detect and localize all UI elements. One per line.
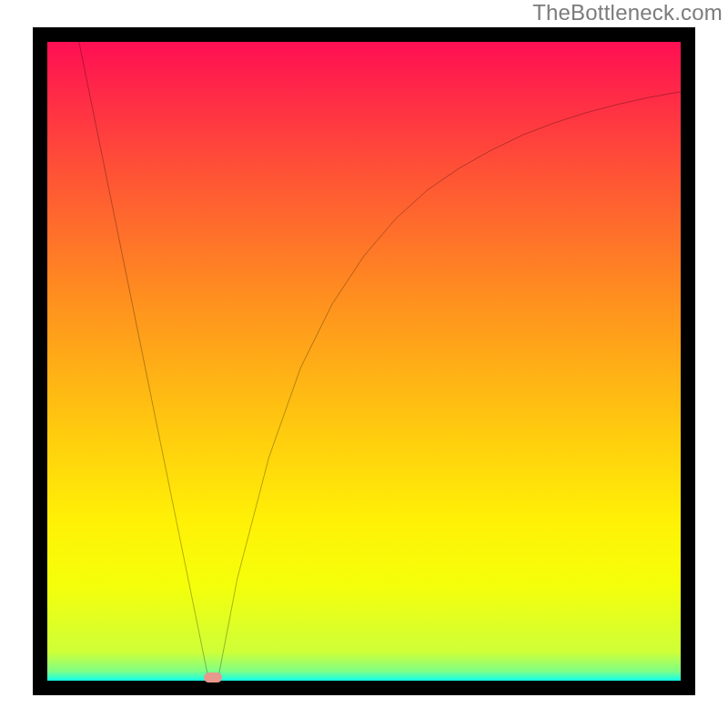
app-frame: TheBottleneck.com — [0, 0, 728, 728]
curve-right-branch — [218, 92, 681, 678]
minimum-marker — [204, 672, 222, 682]
curve-layer — [47, 42, 681, 681]
curve-left-branch — [79, 42, 208, 677]
plot-border — [33, 27, 695, 695]
watermark-text: TheBottleneck.com — [532, 0, 723, 25]
